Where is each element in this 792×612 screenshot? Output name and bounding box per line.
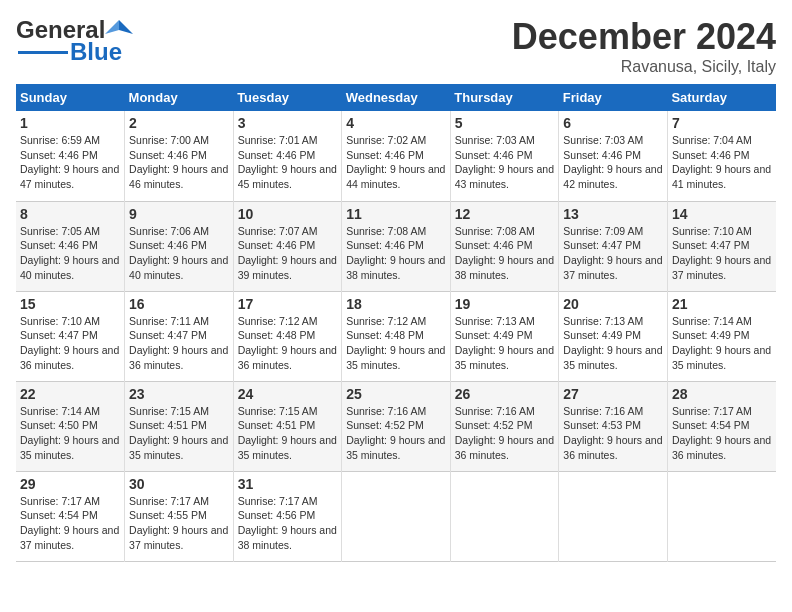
day-number: 31 — [238, 476, 338, 492]
column-header-monday: Monday — [125, 84, 234, 111]
day-info: Sunrise: 7:03 AMSunset: 4:46 PMDaylight:… — [455, 133, 555, 192]
day-info: Sunrise: 7:10 AMSunset: 4:47 PMDaylight:… — [20, 314, 120, 373]
calendar-cell: 6Sunrise: 7:03 AMSunset: 4:46 PMDaylight… — [559, 111, 668, 201]
day-number: 23 — [129, 386, 229, 402]
calendar-header-row: SundayMondayTuesdayWednesdayThursdayFrid… — [16, 84, 776, 111]
calendar-cell: 26Sunrise: 7:16 AMSunset: 4:52 PMDayligh… — [450, 381, 559, 471]
day-number: 2 — [129, 115, 229, 131]
calendar-cell: 8Sunrise: 7:05 AMSunset: 4:46 PMDaylight… — [16, 201, 125, 291]
day-info: Sunrise: 7:15 AMSunset: 4:51 PMDaylight:… — [129, 404, 229, 463]
calendar-cell: 19Sunrise: 7:13 AMSunset: 4:49 PMDayligh… — [450, 291, 559, 381]
day-info: Sunrise: 7:04 AMSunset: 4:46 PMDaylight:… — [672, 133, 772, 192]
week-row-2: 8Sunrise: 7:05 AMSunset: 4:46 PMDaylight… — [16, 201, 776, 291]
calendar-cell: 20Sunrise: 7:13 AMSunset: 4:49 PMDayligh… — [559, 291, 668, 381]
logo-text-blue: Blue — [70, 38, 122, 66]
day-number: 5 — [455, 115, 555, 131]
day-number: 10 — [238, 206, 338, 222]
svg-marker-0 — [119, 20, 133, 34]
day-number: 9 — [129, 206, 229, 222]
calendar-cell: 24Sunrise: 7:15 AMSunset: 4:51 PMDayligh… — [233, 381, 342, 471]
calendar-cell — [559, 471, 668, 561]
day-info: Sunrise: 7:14 AMSunset: 4:49 PMDaylight:… — [672, 314, 772, 373]
day-info: Sunrise: 7:09 AMSunset: 4:47 PMDaylight:… — [563, 224, 663, 283]
day-number: 4 — [346, 115, 446, 131]
day-info: Sunrise: 7:17 AMSunset: 4:56 PMDaylight:… — [238, 494, 338, 553]
calendar-cell: 12Sunrise: 7:08 AMSunset: 4:46 PMDayligh… — [450, 201, 559, 291]
calendar-cell: 9Sunrise: 7:06 AMSunset: 4:46 PMDaylight… — [125, 201, 234, 291]
day-number: 13 — [563, 206, 663, 222]
calendar-cell: 2Sunrise: 7:00 AMSunset: 4:46 PMDaylight… — [125, 111, 234, 201]
calendar-cell — [450, 471, 559, 561]
calendar-cell — [342, 471, 451, 561]
day-number: 15 — [20, 296, 120, 312]
week-row-4: 22Sunrise: 7:14 AMSunset: 4:50 PMDayligh… — [16, 381, 776, 471]
logo-underline — [18, 51, 68, 54]
calendar-cell: 31Sunrise: 7:17 AMSunset: 4:56 PMDayligh… — [233, 471, 342, 561]
month-title: December 2024 — [512, 16, 776, 58]
day-info: Sunrise: 7:07 AMSunset: 4:46 PMDaylight:… — [238, 224, 338, 283]
day-info: Sunrise: 7:08 AMSunset: 4:46 PMDaylight:… — [346, 224, 446, 283]
week-row-3: 15Sunrise: 7:10 AMSunset: 4:47 PMDayligh… — [16, 291, 776, 381]
calendar-cell: 14Sunrise: 7:10 AMSunset: 4:47 PMDayligh… — [667, 201, 776, 291]
calendar-cell: 1Sunrise: 6:59 AMSunset: 4:46 PMDaylight… — [16, 111, 125, 201]
day-info: Sunrise: 7:13 AMSunset: 4:49 PMDaylight:… — [455, 314, 555, 373]
calendar-cell: 3Sunrise: 7:01 AMSunset: 4:46 PMDaylight… — [233, 111, 342, 201]
calendar-cell: 15Sunrise: 7:10 AMSunset: 4:47 PMDayligh… — [16, 291, 125, 381]
title-block: December 2024 Ravanusa, Sicily, Italy — [512, 16, 776, 76]
day-number: 20 — [563, 296, 663, 312]
day-number: 16 — [129, 296, 229, 312]
day-number: 28 — [672, 386, 772, 402]
day-info: Sunrise: 7:02 AMSunset: 4:46 PMDaylight:… — [346, 133, 446, 192]
day-info: Sunrise: 7:17 AMSunset: 4:54 PMDaylight:… — [672, 404, 772, 463]
day-number: 18 — [346, 296, 446, 312]
calendar-cell: 17Sunrise: 7:12 AMSunset: 4:48 PMDayligh… — [233, 291, 342, 381]
day-number: 27 — [563, 386, 663, 402]
calendar-cell: 16Sunrise: 7:11 AMSunset: 4:47 PMDayligh… — [125, 291, 234, 381]
day-number: 30 — [129, 476, 229, 492]
day-number: 21 — [672, 296, 772, 312]
column-header-friday: Friday — [559, 84, 668, 111]
calendar-cell: 23Sunrise: 7:15 AMSunset: 4:51 PMDayligh… — [125, 381, 234, 471]
day-info: Sunrise: 6:59 AMSunset: 4:46 PMDaylight:… — [20, 133, 120, 192]
day-info: Sunrise: 7:10 AMSunset: 4:47 PMDaylight:… — [672, 224, 772, 283]
column-header-saturday: Saturday — [667, 84, 776, 111]
calendar-cell — [667, 471, 776, 561]
calendar-cell: 27Sunrise: 7:16 AMSunset: 4:53 PMDayligh… — [559, 381, 668, 471]
day-info: Sunrise: 7:17 AMSunset: 4:54 PMDaylight:… — [20, 494, 120, 553]
day-info: Sunrise: 7:14 AMSunset: 4:50 PMDaylight:… — [20, 404, 120, 463]
svg-marker-1 — [105, 20, 119, 34]
calendar-cell: 5Sunrise: 7:03 AMSunset: 4:46 PMDaylight… — [450, 111, 559, 201]
calendar-cell: 29Sunrise: 7:17 AMSunset: 4:54 PMDayligh… — [16, 471, 125, 561]
calendar-cell: 13Sunrise: 7:09 AMSunset: 4:47 PMDayligh… — [559, 201, 668, 291]
week-row-1: 1Sunrise: 6:59 AMSunset: 4:46 PMDaylight… — [16, 111, 776, 201]
day-number: 25 — [346, 386, 446, 402]
location-subtitle: Ravanusa, Sicily, Italy — [512, 58, 776, 76]
day-number: 29 — [20, 476, 120, 492]
day-info: Sunrise: 7:06 AMSunset: 4:46 PMDaylight:… — [129, 224, 229, 283]
day-number: 24 — [238, 386, 338, 402]
day-info: Sunrise: 7:12 AMSunset: 4:48 PMDaylight:… — [346, 314, 446, 373]
day-number: 7 — [672, 115, 772, 131]
day-info: Sunrise: 7:12 AMSunset: 4:48 PMDaylight:… — [238, 314, 338, 373]
day-info: Sunrise: 7:00 AMSunset: 4:46 PMDaylight:… — [129, 133, 229, 192]
calendar-cell: 11Sunrise: 7:08 AMSunset: 4:46 PMDayligh… — [342, 201, 451, 291]
day-info: Sunrise: 7:16 AMSunset: 4:53 PMDaylight:… — [563, 404, 663, 463]
column-header-wednesday: Wednesday — [342, 84, 451, 111]
day-number: 3 — [238, 115, 338, 131]
day-info: Sunrise: 7:11 AMSunset: 4:47 PMDaylight:… — [129, 314, 229, 373]
day-number: 26 — [455, 386, 555, 402]
week-row-5: 29Sunrise: 7:17 AMSunset: 4:54 PMDayligh… — [16, 471, 776, 561]
calendar-cell: 30Sunrise: 7:17 AMSunset: 4:55 PMDayligh… — [125, 471, 234, 561]
day-info: Sunrise: 7:16 AMSunset: 4:52 PMDaylight:… — [346, 404, 446, 463]
day-info: Sunrise: 7:16 AMSunset: 4:52 PMDaylight:… — [455, 404, 555, 463]
day-info: Sunrise: 7:15 AMSunset: 4:51 PMDaylight:… — [238, 404, 338, 463]
day-info: Sunrise: 7:13 AMSunset: 4:49 PMDaylight:… — [563, 314, 663, 373]
calendar-table: SundayMondayTuesdayWednesdayThursdayFrid… — [16, 84, 776, 562]
day-number: 1 — [20, 115, 120, 131]
day-number: 6 — [563, 115, 663, 131]
column-header-tuesday: Tuesday — [233, 84, 342, 111]
day-number: 17 — [238, 296, 338, 312]
day-info: Sunrise: 7:17 AMSunset: 4:55 PMDaylight:… — [129, 494, 229, 553]
day-info: Sunrise: 7:01 AMSunset: 4:46 PMDaylight:… — [238, 133, 338, 192]
day-number: 11 — [346, 206, 446, 222]
